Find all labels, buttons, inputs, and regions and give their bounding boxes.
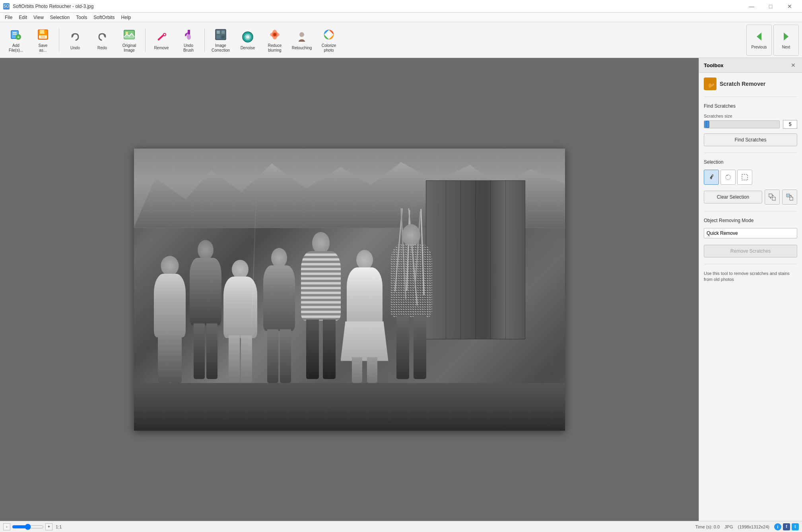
redo-label: Redo — [97, 46, 107, 50]
divider-1 — [704, 97, 797, 97]
next-icon — [781, 31, 792, 43]
redo-icon — [95, 30, 109, 44]
undo-label: Undo — [70, 46, 80, 50]
original-image-button[interactable]: OriginalImage — [117, 25, 142, 56]
toolbar-sep-2 — [145, 28, 146, 52]
toolbar: + AddFile(s)... Saveas... Undo — [0, 22, 802, 58]
canvas-area[interactable] — [0, 58, 699, 521]
remove-button[interactable]: Remove — [149, 25, 174, 56]
add-files-label: AddFile(s)... — [9, 43, 23, 53]
minimize-button[interactable]: — — [742, 0, 761, 13]
object-removing-section: Object Removing Mode — [704, 218, 797, 223]
nav-buttons: Previous Next — [746, 25, 799, 56]
original-image-label: OriginalImage — [122, 43, 136, 53]
slider-thumb[interactable] — [706, 121, 709, 128]
toolbox-close-button[interactable]: ✕ — [789, 61, 797, 69]
removing-mode-dropdown[interactable]: Quick Remove Content Aware Fill Inpaint — [704, 228, 797, 238]
zoom-out-button[interactable]: - — [3, 523, 10, 530]
social-icon-1: f — [783, 523, 790, 530]
svg-point-19 — [187, 34, 191, 40]
lasso-tool-button[interactable] — [720, 170, 736, 185]
menu-edit[interactable]: Edit — [16, 13, 30, 22]
menu-file[interactable]: File — [2, 13, 16, 22]
save-as-icon — [36, 27, 50, 42]
title-bar: SO SoftOrbits Photo Retoucher - old-3.jp… — [0, 0, 802, 13]
add-files-icon: + — [9, 27, 23, 42]
add-files-button[interactable]: + AddFile(s)... — [3, 25, 29, 56]
toolbar-sep-3 — [204, 28, 205, 52]
next-label: Next — [782, 45, 790, 49]
svg-point-42 — [712, 175, 714, 176]
tool-title-row: Scratch Remover — [704, 77, 797, 90]
previous-button[interactable]: Previous — [746, 25, 772, 56]
remove-label: Remove — [154, 46, 169, 50]
image-correction-button[interactable]: ImageCorrection — [208, 25, 233, 56]
undo-button[interactable]: Undo — [62, 25, 88, 56]
selection-icon-btn-2[interactable] — [782, 190, 797, 205]
photo-container — [0, 58, 699, 521]
menu-tools[interactable]: Tools — [73, 13, 90, 22]
menu-view[interactable]: View — [30, 13, 47, 22]
svg-rect-7 — [44, 30, 45, 33]
close-button[interactable]: ✕ — [781, 0, 799, 13]
reduce-blurring-button[interactable]: Reduceblurring — [262, 25, 287, 56]
reduce-blurring-icon — [268, 27, 282, 42]
window-title: SoftOrbits Photo Retoucher - old-3.jpg — [13, 4, 739, 9]
menu-selection[interactable]: Selection — [47, 13, 73, 22]
svg-rect-25 — [221, 35, 225, 39]
scratches-size-slider[interactable] — [704, 120, 780, 128]
divider-4 — [704, 264, 797, 264]
dropdown-container: Quick Remove Content Aware Fill Inpaint — [704, 228, 797, 238]
undo-brush-button[interactable]: UndoBrush — [176, 25, 201, 56]
clear-selection-button[interactable]: Clear Selection — [704, 191, 762, 203]
status-icons: i f t — [774, 523, 799, 530]
pencil-tool-button[interactable] — [704, 170, 719, 185]
tool-name: Scratch Remover — [720, 81, 765, 87]
menu-help[interactable]: Help — [118, 13, 134, 22]
colorize-photo-label: Colorizephoto — [322, 43, 336, 53]
svg-marker-41 — [711, 178, 712, 180]
undo-brush-label: UndoBrush — [183, 43, 194, 53]
remove-icon — [154, 30, 169, 44]
social-icon-2: t — [792, 523, 799, 530]
scratch-remover-icon — [704, 77, 717, 90]
svg-point-28 — [246, 35, 249, 39]
menu-bar: File Edit View Selection Tools SoftOrbit… — [0, 13, 802, 22]
image-correction-icon — [214, 27, 228, 42]
svg-rect-6 — [40, 30, 45, 34]
svg-rect-23 — [221, 31, 225, 34]
rect-selection-button[interactable] — [737, 170, 752, 185]
svg-marker-35 — [757, 33, 761, 41]
selection-icon-btn-1[interactable] — [765, 190, 780, 205]
remove-scratches-button[interactable]: Remove Scratches — [704, 245, 797, 257]
colorize-photo-button[interactable]: Colorizephoto — [316, 25, 342, 56]
denoise-label: Denoise — [241, 46, 255, 50]
status-format: JPG — [724, 524, 733, 529]
denoise-button[interactable]: Denoise — [235, 25, 260, 56]
menu-softorbits[interactable]: SoftOrbits — [90, 13, 118, 22]
svg-point-32 — [299, 32, 304, 37]
svg-point-31 — [273, 33, 276, 36]
svg-rect-22 — [217, 31, 220, 34]
info-icon: i — [774, 523, 781, 530]
scratches-size-value[interactable] — [783, 120, 797, 129]
zoom-in-button[interactable]: + — [45, 523, 52, 530]
save-as-button[interactable]: Saveas... — [30, 25, 56, 56]
find-scratches-button[interactable]: Find Scratches — [704, 133, 797, 146]
retouching-icon — [295, 30, 309, 44]
status-dimensions: (1998x1312x24) — [738, 524, 769, 529]
image-correction-label: ImageCorrection — [212, 43, 230, 53]
window-controls: — □ ✕ — [742, 0, 799, 13]
zoom-level: 1:1 — [56, 524, 62, 529]
denoise-icon — [241, 30, 255, 44]
svg-rect-45 — [769, 194, 772, 197]
next-button[interactable]: Next — [773, 25, 799, 56]
retouching-label: Retouching — [292, 46, 312, 50]
redo-button[interactable]: Redo — [89, 25, 115, 56]
maximize-button[interactable]: □ — [761, 0, 780, 13]
zoom-slider[interactable] — [12, 524, 44, 530]
retouching-button[interactable]: Retouching — [289, 25, 315, 56]
zoom-controls: - + 1:1 — [3, 523, 62, 530]
find-scratches-section-label: Find Scratches — [704, 103, 797, 109]
svg-point-34 — [327, 33, 330, 36]
